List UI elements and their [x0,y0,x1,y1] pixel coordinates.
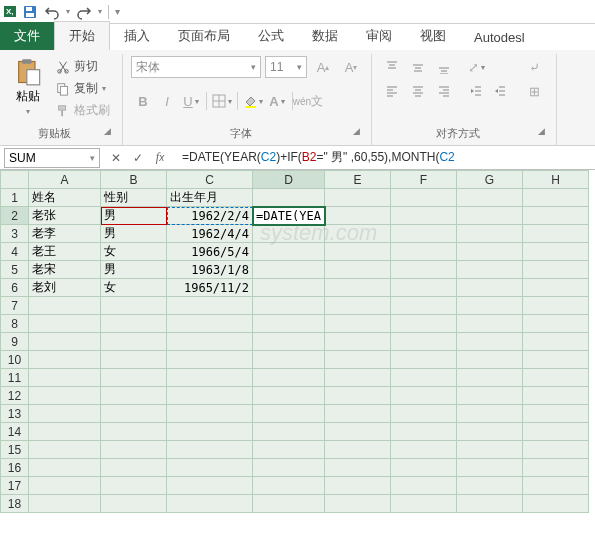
cell[interactable] [391,207,457,225]
cell[interactable] [391,423,457,441]
cell[interactable] [253,225,325,243]
cell[interactable] [391,405,457,423]
cell[interactable] [523,225,589,243]
tab-home[interactable]: 开始 [54,21,110,50]
orientation-button[interactable]: ⤢ [464,56,488,78]
cell[interactable] [29,495,101,513]
col-header-D[interactable]: D [253,171,325,189]
align-launcher[interactable]: ◢ [535,126,548,136]
cell[interactable] [523,459,589,477]
cell[interactable] [391,441,457,459]
cell[interactable]: 男 [101,261,167,279]
cell[interactable] [391,279,457,297]
formula-bar[interactable]: =DATE(YEAR(C2)+IF(B2=" 男" ,60,55),MONTH(… [176,149,595,166]
cell[interactable] [325,351,391,369]
tab-data[interactable]: 数据 [298,22,352,50]
cell[interactable] [167,387,253,405]
row-header[interactable]: 7 [1,297,29,315]
cell[interactable] [167,297,253,315]
tab-insert[interactable]: 插入 [110,22,164,50]
cell[interactable] [457,225,523,243]
cell[interactable] [523,207,589,225]
cell[interactable] [101,495,167,513]
row-header[interactable]: 4 [1,243,29,261]
cell[interactable] [523,261,589,279]
cell[interactable] [29,423,101,441]
cell[interactable] [253,405,325,423]
cell[interactable] [391,189,457,207]
cell[interactable]: 1962/4/4 [167,225,253,243]
cell[interactable]: 女 [101,243,167,261]
cell[interactable] [167,423,253,441]
cell[interactable] [253,189,325,207]
cell[interactable] [523,333,589,351]
col-header-H[interactable]: H [523,171,589,189]
cell[interactable]: 老李 [29,225,101,243]
row-header[interactable]: 18 [1,495,29,513]
cell[interactable] [457,459,523,477]
cell[interactable] [101,297,167,315]
col-header-A[interactable]: A [29,171,101,189]
cell[interactable] [325,225,391,243]
cell[interactable] [325,261,391,279]
row-header[interactable]: 17 [1,477,29,495]
cell[interactable] [29,333,101,351]
cell[interactable]: 老宋 [29,261,101,279]
row-header[interactable]: 1 [1,189,29,207]
cell[interactable] [523,423,589,441]
cell[interactable] [253,243,325,261]
cell[interactable]: 1966/5/4 [167,243,253,261]
cell[interactable] [391,297,457,315]
cell[interactable] [457,333,523,351]
cell[interactable] [457,243,523,261]
row-header[interactable]: 16 [1,459,29,477]
row-header[interactable]: 3 [1,225,29,243]
cell[interactable] [325,315,391,333]
cell[interactable] [253,459,325,477]
row-header[interactable]: 12 [1,387,29,405]
merge-button[interactable]: ⊞ [520,80,548,102]
cell[interactable] [325,405,391,423]
row-header[interactable]: 11 [1,369,29,387]
cell[interactable]: 老张 [29,207,101,225]
cell[interactable] [523,315,589,333]
decrease-indent-button[interactable] [464,80,488,102]
align-middle-button[interactable] [406,56,430,78]
cell[interactable] [457,297,523,315]
cell[interactable] [523,387,589,405]
cell[interactable] [457,279,523,297]
cell[interactable]: 老刘 [29,279,101,297]
cell[interactable] [523,441,589,459]
cell[interactable] [167,495,253,513]
cell[interactable] [457,441,523,459]
cell[interactable] [253,351,325,369]
redo-button[interactable] [76,4,92,20]
cell[interactable] [523,405,589,423]
wrap-text-button[interactable]: ⤶ [520,56,548,78]
cell[interactable] [391,261,457,279]
select-all-corner[interactable] [1,171,29,189]
cell[interactable] [167,351,253,369]
cell[interactable] [523,243,589,261]
cell[interactable] [101,387,167,405]
underline-button[interactable]: U [179,90,203,112]
cell[interactable]: 1962/2/4 [167,207,253,225]
cell[interactable] [457,387,523,405]
cell[interactable]: 出生年月 [167,189,253,207]
cell[interactable] [391,369,457,387]
cell[interactable] [253,387,325,405]
cell[interactable] [391,351,457,369]
font-launcher[interactable]: ◢ [350,126,363,136]
cut-button[interactable]: 剪切 [52,56,114,77]
cell[interactable]: 男 [101,225,167,243]
row-header[interactable]: 14 [1,423,29,441]
cell[interactable] [101,351,167,369]
col-header-E[interactable]: E [325,171,391,189]
cell[interactable] [391,459,457,477]
cell[interactable] [101,369,167,387]
row-header[interactable]: 10 [1,351,29,369]
cell[interactable] [457,369,523,387]
insert-function-button[interactable]: fx [150,148,170,168]
cell[interactable] [391,225,457,243]
cell[interactable] [101,423,167,441]
